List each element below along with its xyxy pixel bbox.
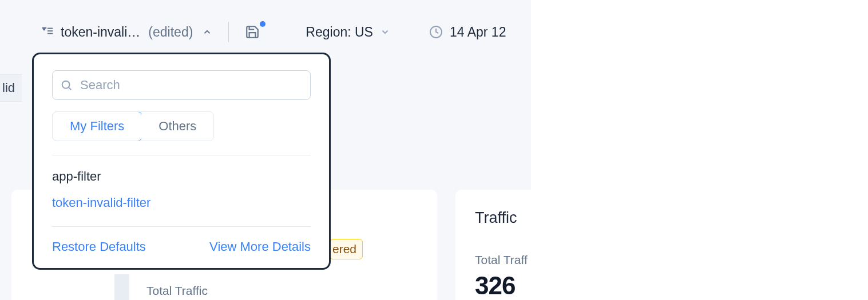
left-side-block <box>114 274 129 300</box>
region-selector[interactable]: Region: US <box>306 25 390 40</box>
filter-item-app-filter[interactable]: app-filter <box>52 169 311 184</box>
view-more-details-link[interactable]: View More Details <box>209 239 311 254</box>
right-crop-mask <box>531 0 868 300</box>
unsaved-indicator-dot <box>260 21 265 27</box>
clock-icon <box>429 25 443 39</box>
filter-dropdown-trigger[interactable]: token-invali… (edited) <box>40 25 212 40</box>
left-cut-fragment: lid <box>0 74 22 102</box>
svg-line-6 <box>69 87 71 90</box>
popover-divider <box>52 155 311 155</box>
tab-others[interactable]: Others <box>141 112 213 141</box>
search-wrapper <box>52 70 311 100</box>
region-label: Region: US <box>306 25 373 40</box>
restore-defaults-link[interactable]: Restore Defaults <box>52 239 146 254</box>
filter-list: app-filter token-invalid-filter <box>52 169 311 210</box>
popover-footer: Restore Defaults View More Details <box>52 226 311 254</box>
timestamp-text: 14 Apr 12 <box>450 25 506 40</box>
filter-popover: My Filters Others app-filter token-inval… <box>32 53 331 270</box>
filter-tabs: My Filters Others <box>52 111 214 141</box>
chevron-down-icon <box>380 27 390 37</box>
filter-list-icon <box>40 26 55 38</box>
tab-my-filters[interactable]: My Filters <box>52 111 142 141</box>
save-button[interactable] <box>245 25 260 39</box>
filter-edited-label: (edited) <box>148 25 193 40</box>
chevron-up-icon <box>202 27 212 37</box>
total-traffic-label-left: Total Traffic <box>146 284 208 298</box>
filter-item-token-invalid-filter[interactable]: token-invalid-filter <box>52 195 311 210</box>
save-icon <box>245 25 260 39</box>
filtered-badge: ered <box>330 239 363 259</box>
svg-marker-0 <box>42 28 46 31</box>
timestamp-display: 14 Apr 12 <box>429 25 506 40</box>
toolbar-divider <box>228 22 229 42</box>
svg-point-5 <box>62 81 70 89</box>
filter-name-label: token-invali… <box>61 25 140 40</box>
search-input[interactable] <box>52 70 311 100</box>
search-icon <box>60 79 73 91</box>
